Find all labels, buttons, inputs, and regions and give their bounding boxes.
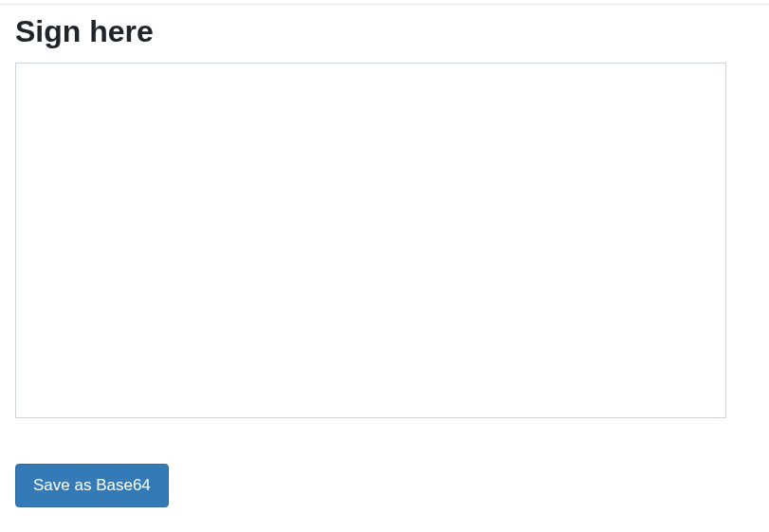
- button-area: Save as Base64: [15, 464, 754, 507]
- signature-pad[interactable]: [15, 63, 726, 418]
- save-base64-button[interactable]: Save as Base64: [15, 464, 169, 507]
- page-title: Sign here: [15, 13, 754, 49]
- main-container: Sign here Save as Base64: [0, 0, 769, 521]
- top-divider: [0, 4, 769, 5]
